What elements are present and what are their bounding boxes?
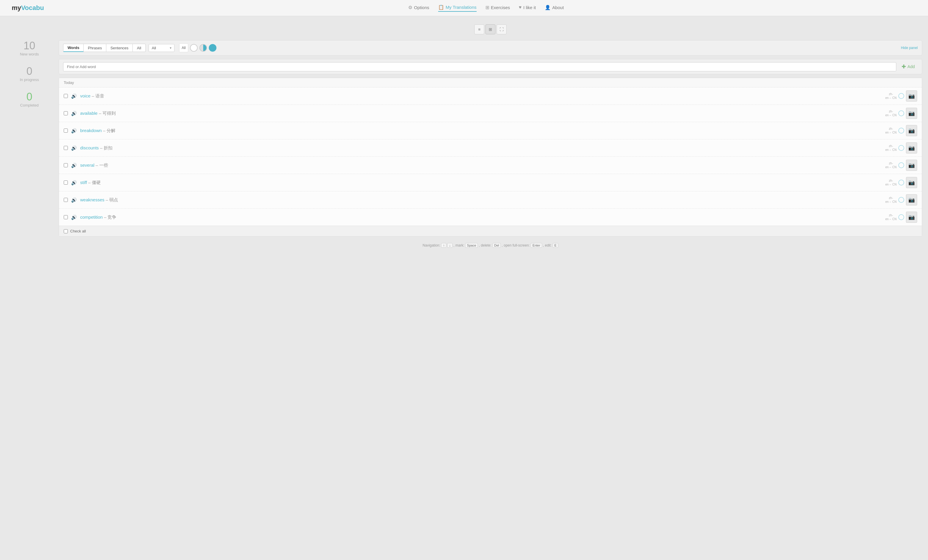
audio-icon-available[interactable]: 🔊 [71,110,77,117]
word-sep-available: – [99,111,102,116]
word-en-weaknesses[interactable]: weaknesses [80,197,105,202]
status-circle-available[interactable] [898,110,904,116]
word-cn-stiff: 僵硬 [92,180,101,185]
photo-btn-breakdown[interactable]: 📷 [906,125,917,136]
in-progress-label: In progress [20,78,39,82]
audio-icon-several[interactable]: 🔊 [71,162,77,169]
status-circle-stiff[interactable] [898,180,904,186]
del-key: Del [493,243,501,248]
word-cn-available: 可得到 [102,111,116,116]
photo-btn-several[interactable]: 📷 [906,160,917,171]
word-sep-weaknesses: – [106,197,110,202]
audio-icon-competition[interactable]: 🔊 [71,214,77,221]
stat-new-words: 10 New words [20,40,39,56]
lang-label-weaknesses: zh-en→ CN [885,196,897,204]
word-en-available[interactable]: available [80,111,98,116]
word-cn-voice: 语音 [95,93,104,98]
word-checkbox-competition[interactable] [64,215,68,219]
nav-exercises[interactable]: ⊞ Exercises [485,5,510,11]
word-en-several[interactable]: several [80,163,94,167]
add-button[interactable]: ✚ Add [899,62,918,72]
photo-btn-weaknesses[interactable]: 📷 [906,194,917,205]
nav-i-like-it[interactable]: ♥ I like it [519,5,536,11]
audio-icon-stiff[interactable]: 🔊 [71,180,77,186]
plus-icon: ✚ [902,63,906,70]
nav-about[interactable]: 👤 About [545,5,564,11]
word-checkbox-discounts[interactable] [64,146,68,150]
status-all-button[interactable]: All [179,43,188,52]
word-en-stiff[interactable]: stiff [80,180,87,185]
word-en-competition[interactable]: competition [80,215,103,219]
delete-label: , delete: [479,243,491,247]
photo-btn-discounts[interactable]: 📷 [906,142,917,154]
lang-label-stiff: zh-en→ CN [885,179,897,186]
word-sep-stiff: – [88,180,92,185]
nav-my-translations[interactable]: 📋 My Translations [438,5,477,12]
status-circle-breakdown[interactable] [898,128,904,134]
lang-label-available: zh-en→ CN [885,110,897,117]
table-row: 🔊 competition – 竞争 zh-en→ CN 📷 [59,208,922,226]
tab-all[interactable]: All [133,44,145,52]
photo-btn-voice[interactable]: 📷 [906,90,917,102]
status-circle-discounts[interactable] [898,145,904,151]
table-row: 🔊 voice – 语音 zh-en→ CN 📷 [59,87,922,105]
word-meta-weaknesses: zh-en→ CN 📷 [885,194,917,205]
status-half-button[interactable] [199,44,207,52]
word-checkbox-weaknesses[interactable] [64,198,68,202]
nav-hints: Navigation: ↑ ↓ , mark: Space , delete: … [59,240,922,251]
word-text-breakdown: breakdown – 分解 [80,128,882,134]
audio-icon-discounts[interactable]: 🔊 [71,145,77,151]
word-checkbox-stiff[interactable] [64,181,68,185]
word-en-breakdown[interactable]: breakdown [80,128,102,133]
table-row: 🔊 breakdown – 分解 zh-en→ CN 📷 [59,122,922,139]
word-checkbox-several[interactable] [64,163,68,167]
lang-label-voice: zh-en→ CN [885,92,897,100]
status-circle-voice[interactable] [898,93,904,99]
photo-btn-available[interactable]: 📷 [906,108,917,119]
tab-phrases[interactable]: Phrases [84,44,106,52]
search-input[interactable] [63,62,896,72]
audio-icon-breakdown[interactable]: 🔊 [71,127,77,134]
word-checkbox-available[interactable] [64,111,68,115]
word-list: Today 🔊 voice – 语音 zh-en→ CN 📷 🔊 availab… [59,78,922,237]
word-en-discounts[interactable]: discounts [80,145,99,150]
tab-words[interactable]: Words [63,44,84,52]
status-filters: All [179,43,217,52]
word-sep-competition: – [104,215,108,219]
photo-btn-competition[interactable]: 📷 [906,212,917,223]
status-circle-competition[interactable] [898,214,904,220]
status-circle-several[interactable] [898,162,904,168]
list-view-button[interactable]: ≡ [474,24,484,34]
word-cn-weaknesses: 弱点 [109,197,118,202]
status-full-button[interactable] [209,44,217,52]
word-checkbox-voice[interactable] [64,94,68,98]
word-text-stiff: stiff – 僵硬 [80,180,882,186]
check-all-bar: Check all [59,226,922,236]
audio-icon-weaknesses[interactable]: 🔊 [71,197,77,203]
person-icon: 👤 [545,5,551,10]
audio-icon-voice[interactable]: 🔊 [71,93,77,99]
lang-label-several: zh-en→ CN [885,161,897,169]
language-select[interactable]: All English Chinese Spanish [149,44,174,52]
photo-btn-stiff[interactable]: 📷 [906,177,917,188]
new-words-label: New words [20,52,39,56]
status-circle-weaknesses[interactable] [898,197,904,203]
status-empty-button[interactable] [190,44,198,52]
down-key: ↓ [447,243,453,248]
check-all-checkbox[interactable] [64,229,68,233]
navigation-label: Navigation: [423,243,440,247]
enter-key: Enter [531,243,542,248]
section-today: Today [59,78,922,87]
word-en-voice[interactable]: voice [80,93,90,98]
nav-options[interactable]: ⚙ Options [408,5,429,11]
heart-icon: ♥ [519,5,522,10]
fullscreen-view-button[interactable]: ⛶ [497,24,507,34]
word-checkbox-breakdown[interactable] [64,129,68,133]
grid-view-button[interactable]: ⊞ [485,24,495,34]
lang-label-competition: zh-en→ CN [885,213,897,221]
main-content: 10 New words 0 In progress 0 Completed ≡… [0,16,928,560]
hide-panel-button[interactable]: Hide panel [901,46,918,50]
table-row: 🔊 discounts – 折扣 zh-en→ CN 📷 [59,139,922,157]
tab-sentences[interactable]: Sentences [106,44,133,52]
word-meta-stiff: zh-en→ CN 📷 [885,177,917,188]
